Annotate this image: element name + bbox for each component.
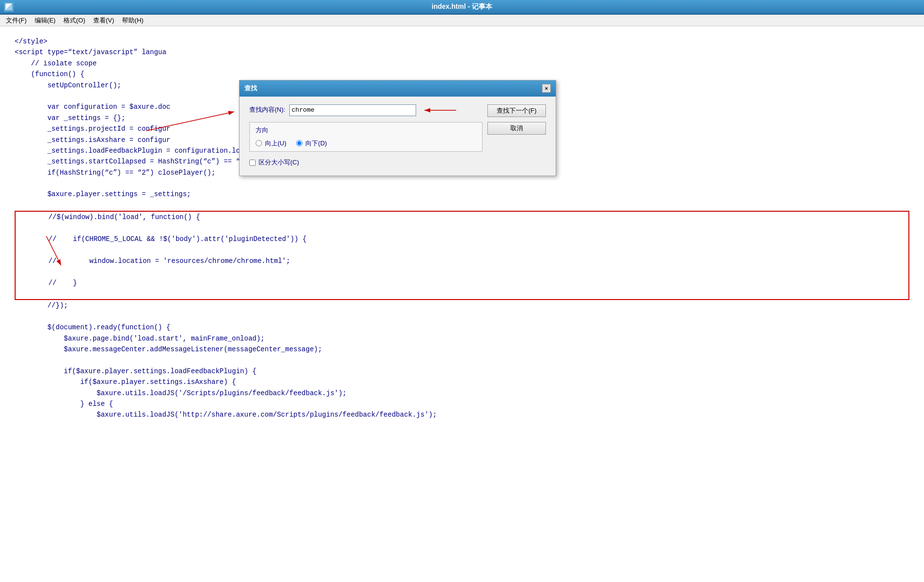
menu-file[interactable]: 文件(F) [2, 15, 31, 26]
search-input[interactable] [289, 104, 416, 116]
direction-radio-group: 向上(U) 向下(D) [256, 139, 476, 149]
code-line: $axure.utils.loadJS('/Scripts/plugins/fe… [15, 389, 347, 397]
case-sensitive-label: 区分大小写(C) [259, 158, 299, 168]
code-line: if($axure.player.settings.isAxshare) { [15, 378, 236, 386]
code-line-isolate: // isolate scope [15, 60, 97, 67]
code-line: $(document).ready(function() { [15, 323, 170, 331]
search-label: 查找内容(N): [249, 105, 285, 115]
direction-label: 方向 [256, 125, 476, 136]
code-line: <script type=“text/javascript” langua [15, 48, 166, 56]
menu-bar: 文件(F) 编辑(E) 格式(O) 查看(V) 帮助(H) [0, 15, 924, 26]
radio-down-text: 向下(D) [305, 139, 327, 149]
case-sensitive-row: 区分大小写(C) [249, 158, 482, 168]
menu-format[interactable]: 格式(O) [60, 15, 89, 26]
direction-group: 方向 向上(U) 向下(D) [249, 122, 482, 152]
code-line: if(HashString(“c”) == “2”) closePlayer()… [15, 169, 216, 177]
find-dialog-close-button[interactable]: × [542, 84, 551, 93]
find-next-button[interactable]: 查找下一个(F) [487, 104, 546, 117]
editor-area[interactable]: </style> <script type=“text/javascript” … [0, 26, 924, 582]
code-line-hl2: // if(CHROME_5_LOCAL && !$('body').attr(… [16, 234, 908, 244]
cancel-button[interactable]: 取消 [487, 122, 546, 135]
find-dialog-body: 查找内容(N): 方向 [240, 97, 556, 176]
radio-up-text: 向上(U) [265, 139, 286, 149]
code-line: var _settings = {}; [15, 114, 125, 122]
radio-down-label[interactable]: 向下(D) [296, 139, 327, 149]
radio-up[interactable] [256, 140, 262, 146]
code-line: (function() { [15, 70, 84, 78]
case-sensitive-checkbox[interactable] [249, 160, 256, 166]
code-line: var configuration = $axure.doc [15, 103, 170, 111]
code-line: _settings.projectId = configur [15, 125, 170, 133]
highlighted-code-box: //$(window).bind('load', function() { //… [15, 211, 909, 300]
menu-edit[interactable]: 编辑(E) [31, 15, 60, 26]
code-line: } else { [15, 400, 113, 408]
code-line: </style> [15, 38, 47, 45]
code-line: setUpController(); [15, 81, 121, 89]
title-bar: index.html - 记事本 [0, 0, 924, 15]
menu-help[interactable]: 帮助(H) [118, 15, 147, 26]
menu-view[interactable]: 查看(V) [89, 15, 118, 26]
code-line-hl4: // } [16, 278, 908, 288]
code-line: if($axure.player.settings.loadFeedbackPl… [15, 367, 257, 375]
find-dialog-right-panel: 查找下一个(F) 取消 [487, 104, 546, 168]
find-dialog-title-bar: 查找 × [240, 80, 556, 97]
window-title: index.html - 记事本 [432, 2, 492, 11]
radio-down[interactable] [296, 140, 302, 146]
app-icon [4, 2, 14, 12]
find-dialog-left-panel: 查找内容(N): 方向 [249, 104, 482, 168]
code-line: $axure.player.settings = _settings; [15, 190, 191, 198]
code-line: $axure.page.bind('load.start', mainFrame… [15, 335, 264, 342]
code-line: //}); [15, 301, 68, 309]
input-arrow-annotation [422, 105, 461, 115]
code-line-hl3: // window.location = 'resources/chrome/c… [16, 256, 908, 266]
find-dialog-title-text: 查找 [244, 83, 257, 94]
code-line-hl1: //$(window).bind('load', function() { [16, 212, 908, 222]
code-line: _settings.startCollapsed = HashString(“c… [15, 158, 252, 165]
find-dialog: 查找 × 查找内容(N): [239, 80, 556, 176]
search-row: 查找内容(N): [249, 104, 482, 116]
code-block-after: //}); $(document).ready(function() { $ax… [15, 300, 909, 420]
code-line: _settings.isAxshare = configur [15, 136, 170, 144]
code-line: $axure.utils.loadJS('http://share.axure.… [15, 411, 437, 419]
radio-up-label[interactable]: 向上(U) [256, 139, 286, 149]
code-line: $axure.messageCenter.addMessageListener(… [15, 345, 322, 353]
